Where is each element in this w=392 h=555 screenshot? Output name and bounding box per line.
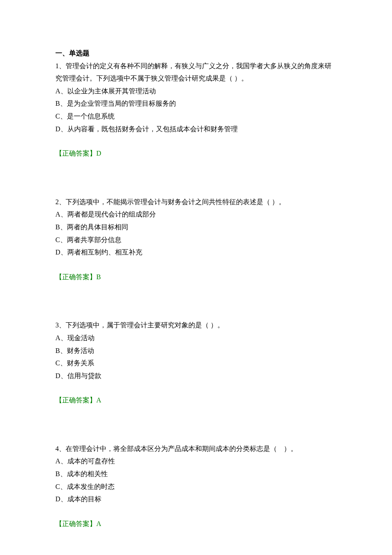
question-option: B、是为企业管理当局的管理目标服务的 <box>55 97 337 110</box>
answer-value: B <box>96 273 101 280</box>
question-option: B、财务活动 <box>55 344 337 357</box>
question-prompt: 1、管理会计的定义有各种不同的解释，有狭义与广义之分，我国学者大多从狭义的角度来… <box>55 60 337 85</box>
answer-label: 【正确答案】 <box>55 150 96 157</box>
question-option: B、两者的具体目标相同 <box>55 221 337 234</box>
question-option: D、从内容看，既包括财务会计，又包括成本会计和财务管理 <box>55 123 337 136</box>
question-option: B、成本的相关性 <box>55 468 337 480</box>
question-option: C、财务关系 <box>55 357 337 370</box>
question-option: D、信用与贷款 <box>55 370 337 382</box>
answer-label: 【正确答案】 <box>55 273 96 280</box>
answer-value: A <box>96 396 101 404</box>
correct-answer: 【正确答案】B <box>55 271 337 283</box>
question-prompt: 4、在管理会计中，将全部成本区分为产品成本和期间成本的分类标志是（ ）。 <box>55 442 337 455</box>
question-option: C、成本发生的时态 <box>55 480 337 493</box>
correct-answer: 【正确答案】D <box>55 147 337 160</box>
section-heading: 一、单选题 <box>55 47 337 60</box>
question-prompt: 2、下列选项中，不能揭示管理会计与财务会计之间共性特征的表述是（ ）。 <box>55 196 337 208</box>
question-option: A、现金活动 <box>55 332 337 344</box>
question-option: A、以企业为主体展开其管理活动 <box>55 85 337 98</box>
answer-label: 【正确答案】 <box>55 520 96 527</box>
question-option: A、两者都是现代会计的组成部分 <box>55 208 337 221</box>
question-option: C、是一个信息系统 <box>55 110 337 123</box>
question-block: 1、管理会计的定义有各种不同的解释，有狭义与广义之分，我国学者大多从狭义的角度来… <box>55 60 337 160</box>
correct-answer: 【正确答案】A <box>55 517 337 530</box>
answer-value: A <box>96 520 101 527</box>
answer-value: D <box>96 150 101 157</box>
question-block: 2、下列选项中，不能揭示管理会计与财务会计之间共性特征的表述是（ ）。 A、两者… <box>55 196 337 283</box>
correct-answer: 【正确答案】A <box>55 394 337 407</box>
answer-label: 【正确答案】 <box>55 396 96 404</box>
question-option: C、两者共享部分信息 <box>55 234 337 246</box>
question-option: D、两者相互制约、相互补充 <box>55 246 337 259</box>
question-block: 4、在管理会计中，将全部成本区分为产品成本和期间成本的分类标志是（ ）。 A、成… <box>55 442 337 530</box>
question-option: A、成本的可盘存性 <box>55 455 337 468</box>
document-page: 一、单选题 1、管理会计的定义有各种不同的解释，有狭义与广义之分，我国学者大多从… <box>0 0 392 555</box>
question-block: 3、下列选项中，属于管理会计主要研究对象的是（ ）。 A、现金活动 B、财务活动… <box>55 319 337 407</box>
question-prompt: 3、下列选项中，属于管理会计主要研究对象的是（ ）。 <box>55 319 337 332</box>
question-option: D、成本的目标 <box>55 493 337 506</box>
